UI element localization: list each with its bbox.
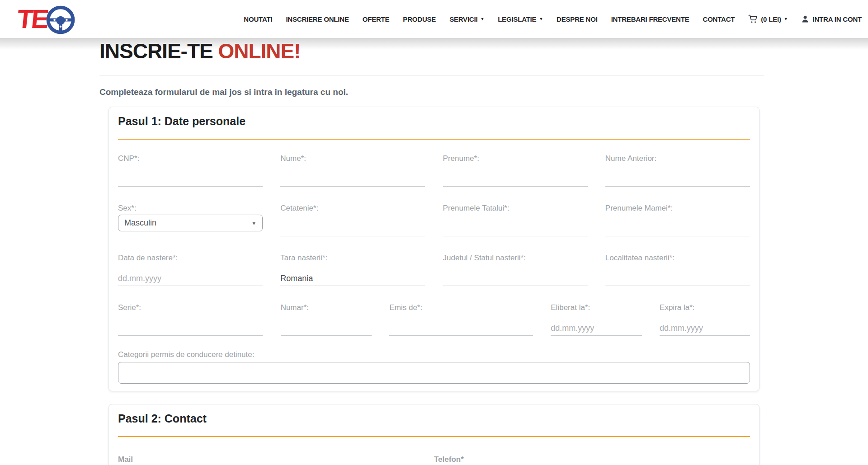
user-icon xyxy=(801,15,809,23)
eliberat-la-input[interactable] xyxy=(551,321,642,336)
nav-inscriere-online[interactable]: INSCRIERE ONLINE xyxy=(286,15,349,23)
step1-accent-divider xyxy=(118,139,750,140)
localitate-nasterii-input[interactable] xyxy=(605,272,750,286)
emis-de-label: Emis de*: xyxy=(389,303,533,312)
contact-row: Mail Telefon* xyxy=(118,455,750,465)
serie-input[interactable] xyxy=(118,321,263,336)
localitate-nasterii-field: Localitatea nasterii*: xyxy=(605,254,750,286)
prenumele-mamei-input[interactable] xyxy=(605,222,750,236)
nav-oferte[interactable]: OFERTE xyxy=(363,15,390,23)
nav-servicii[interactable]: SERVICII ▼ xyxy=(449,15,484,23)
step1-title: Pasul 1: Date personale xyxy=(118,114,750,128)
nav-legislatie[interactable]: LEGISLATIE ▼ xyxy=(498,15,543,23)
data-nastere-label: Data de nastere*: xyxy=(118,254,263,263)
intro-text: Completeaza formularul de mai jos si int… xyxy=(99,87,348,97)
form-row-1: CNP*: Nume*: Prenume*: Nume Anterior: xyxy=(118,154,750,187)
login-button[interactable]: INTRA IN CONT xyxy=(801,15,862,23)
sex-select-value: Masculin xyxy=(124,218,156,228)
sex-label: Sex*: xyxy=(118,204,263,213)
step2-accent-divider xyxy=(118,436,750,437)
numar-input[interactable] xyxy=(281,321,372,336)
form-row-2: Sex*: Masculin ▼ Cetatenie*: Prenumele T… xyxy=(118,204,750,236)
emis-de-field: Emis de*: xyxy=(389,303,533,336)
numar-field: Numar*: xyxy=(281,303,372,336)
cart-icon xyxy=(748,14,758,23)
eliberat-la-field: Eliberat la*: xyxy=(551,303,642,336)
title-divider xyxy=(99,75,764,75)
prenume-input[interactable] xyxy=(443,172,588,187)
categorii-input[interactable] xyxy=(118,362,750,384)
prenume-label: Prenume*: xyxy=(443,154,588,163)
judet-nasterii-input[interactable] xyxy=(443,272,588,286)
telefon-label: Telefon* xyxy=(434,455,750,464)
expira-la-input[interactable] xyxy=(660,321,750,336)
step2-title: Pasul 2: Contact xyxy=(118,412,750,425)
nume-input[interactable] xyxy=(280,172,425,187)
prenumele-tatalui-field: Prenumele Tatalui*: xyxy=(443,204,588,236)
serie-label: Serie*: xyxy=(118,303,263,312)
prenumele-mamei-label: Prenumele Mamei*: xyxy=(605,204,750,213)
cnp-input[interactable] xyxy=(118,172,263,187)
nav-contact[interactable]: CONTACT xyxy=(703,15,735,23)
nav-legislatie-label: LEGISLATIE xyxy=(498,15,536,23)
nav-produse[interactable]: PRODUSE xyxy=(403,15,436,23)
data-nastere-field: Data de nastere*: xyxy=(118,254,263,286)
prenumele-mamei-field: Prenumele Mamei*: xyxy=(605,204,750,236)
numar-label: Numar*: xyxy=(281,303,372,312)
chevron-down-icon: ▼ xyxy=(539,17,543,21)
step2-card: Pasul 2: Contact Mail Telefon* xyxy=(108,404,760,465)
main-nav: NOUTATI INSCRIERE ONLINE OFERTE PRODUSE … xyxy=(244,14,868,23)
page-title: INSCRIE-TE ONLINE! xyxy=(99,39,301,63)
form-row-4: Serie*: Numar*: Emis de*: Eliberat la*: … xyxy=(118,303,750,336)
mail-field: Mail xyxy=(118,455,434,465)
nav-intrebari-frecvente[interactable]: INTREBARI FRECVENTE xyxy=(611,15,689,23)
top-navbar: TE NOUTATI INSCRIERE ONLINE OFERTE PRODU… xyxy=(0,0,868,38)
emis-de-input[interactable] xyxy=(389,321,533,336)
telefon-field: Telefon* xyxy=(434,455,750,465)
step1-card: Pasul 1: Date personale CNP*: Nume*: Pre… xyxy=(108,107,760,391)
expira-la-field: Expira la*: xyxy=(660,303,750,336)
cnp-label: CNP*: xyxy=(118,154,263,163)
page-title-accent: ONLINE! xyxy=(218,39,300,63)
sex-field: Sex*: Masculin ▼ xyxy=(118,204,263,236)
chevron-down-icon: ▼ xyxy=(480,17,484,21)
cart-total-label: (0 LEI) xyxy=(761,15,781,23)
nav-servicii-label: SERVICII xyxy=(449,15,477,23)
localitate-nasterii-label: Localitatea nasterii*: xyxy=(605,254,750,263)
cnp-field: CNP*: xyxy=(118,154,263,187)
prenumele-tatalui-input[interactable] xyxy=(443,222,588,236)
eliberat-la-label: Eliberat la*: xyxy=(551,303,642,312)
nume-anterior-field: Nume Anterior: xyxy=(605,154,750,187)
judet-nasterii-field: Judetul / Statul nasterii*: xyxy=(443,254,588,286)
expira-la-label: Expira la*: xyxy=(660,303,750,312)
tara-nasterii-label: Tara nasterii*: xyxy=(280,254,425,263)
login-label: INTRA IN CONT xyxy=(812,15,862,23)
form-row-3: Data de nastere*: Tara nasterii*: Judetu… xyxy=(118,254,750,286)
cart-button[interactable]: (0 LEI) ▼ xyxy=(748,14,788,23)
data-nastere-input[interactable] xyxy=(118,272,263,286)
page-title-main: INSCRIE-TE xyxy=(99,39,213,63)
nume-label: Nume*: xyxy=(280,154,425,163)
nav-despre-noi[interactable]: DESPRE NOI xyxy=(557,15,598,23)
categorii-label: Categorii permis de conducere detinute: xyxy=(118,350,750,359)
sex-select[interactable]: Masculin ▼ xyxy=(118,215,263,231)
chevron-down-icon: ▼ xyxy=(784,17,788,21)
cetatenie-input[interactable] xyxy=(280,222,425,236)
tara-nasterii-input[interactable] xyxy=(280,272,425,286)
nume-anterior-input[interactable] xyxy=(605,172,750,187)
nume-anterior-label: Nume Anterior: xyxy=(605,154,750,163)
nav-noutati[interactable]: NOUTATI xyxy=(244,15,272,23)
judet-nasterii-label: Judetul / Statul nasterii*: xyxy=(443,254,588,263)
cetatenie-field: Cetatenie*: xyxy=(280,204,425,236)
prenumele-tatalui-label: Prenumele Tatalui*: xyxy=(443,204,588,213)
nume-field: Nume*: xyxy=(280,154,425,187)
tara-nasterii-field: Tara nasterii*: xyxy=(280,254,425,286)
steering-wheel-icon xyxy=(46,5,75,34)
mail-label: Mail xyxy=(118,455,434,464)
cetatenie-label: Cetatenie*: xyxy=(280,204,425,213)
chevron-down-icon: ▼ xyxy=(251,221,256,226)
serie-field: Serie*: xyxy=(118,303,263,336)
logo[interactable]: TE xyxy=(17,4,75,34)
prenume-field: Prenume*: xyxy=(443,154,588,187)
logo-text: TE xyxy=(16,6,48,32)
